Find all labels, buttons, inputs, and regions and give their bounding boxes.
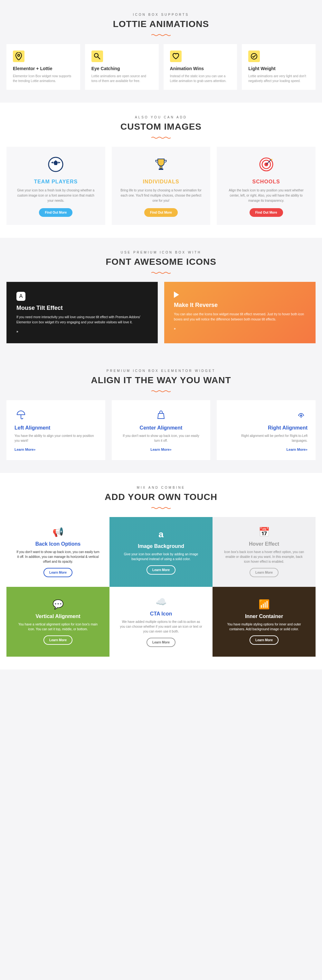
eyebrow: ICON BOX SUPPORTS	[6, 13, 316, 16]
align-card-left: Left Alignment You have the ability to a…	[6, 400, 105, 460]
section-font-awesome: USE PREMIUM ICON BOX WITH FONT AWESOME I…	[0, 238, 322, 356]
card-desc: If you don't want to show up back icon, …	[120, 433, 202, 443]
calendar-icon: 📅	[258, 527, 270, 537]
team-card: SCHOOLS Align the back icon to any posit…	[217, 147, 316, 225]
lottie-card: Eye Catching Lottie animations are open …	[85, 44, 159, 90]
card-title: INDIVIDUALS	[120, 179, 202, 185]
card-title: TEAM PLAYERS	[14, 179, 97, 185]
squiggle-icon	[151, 270, 171, 272]
card-desc: Give your icon box another look by addin…	[119, 552, 203, 562]
card-desc: If you don't want to show up back icon, …	[16, 549, 100, 564]
card-desc: You have the ability to align your conte…	[14, 433, 97, 443]
squiggle-icon	[151, 505, 171, 508]
touch-card-inner: 📶 Inner Container You have multiple styl…	[212, 587, 316, 657]
heading: LOTTIE ANIMATIONS	[6, 19, 316, 29]
cloud-icon: ☁️	[156, 597, 167, 607]
card-title: SCHOOLS	[225, 179, 308, 185]
tilt-card[interactable]: A Mouse Tilt Effect If you need more int…	[6, 282, 158, 343]
touch-card-vertical: 💬 Vertical Alignment You have a vertical…	[6, 587, 110, 657]
pin-icon	[13, 51, 24, 62]
card-title: CTA Icon	[150, 611, 172, 617]
chat-icon: 💬	[53, 599, 64, 610]
section-lottie: ICON BOX SUPPORTS LOTTIE ANIMATIONS Elem…	[0, 0, 322, 103]
svg-rect-7	[160, 166, 162, 169]
learn-more-link[interactable]: Learn More»	[14, 447, 35, 452]
team-card: TEAM PLAYERS Give your icon box a fresh …	[6, 147, 105, 225]
section-custom-images: ALSO YOU CAN ADD CUSTOM IMAGES TEAM PLAY…	[0, 103, 322, 238]
card-title: Image Background	[138, 543, 184, 549]
card-title: Animation Wins	[170, 66, 231, 71]
learn-more-button[interactable]: Learn More	[43, 635, 72, 645]
amazon-icon: a	[158, 529, 164, 539]
find-out-more-button[interactable]: Find Out More	[144, 208, 178, 217]
fingerprint-icon	[295, 408, 308, 421]
play-icon	[174, 291, 306, 298]
target-icon	[257, 155, 276, 174]
section-alignment: PREMIUM ICON BOX ELEMENTOR WIDGET ALIGN …	[0, 356, 322, 473]
lottie-card: Animation Wins Instead of the static ico…	[164, 44, 238, 90]
learn-more-button[interactable]: Learn More	[43, 568, 72, 577]
card-title: Vertical Alignment	[36, 614, 81, 619]
team-card: INDIVIDUALS Bring life to your icons by …	[112, 147, 210, 225]
app-store-icon: A	[16, 292, 26, 301]
card-title: Inner Container	[245, 614, 283, 619]
trophy-icon	[151, 155, 171, 174]
learn-more-button[interactable]: Learn More	[250, 568, 279, 577]
learn-more-button[interactable]: Learn More	[250, 635, 279, 645]
card-desc: You have a vertical alignment option for…	[16, 622, 100, 632]
align-card-center: Center Alignment If you don't want to sh…	[112, 400, 210, 460]
heading: ADD YOUR OWN TOUCH	[6, 492, 316, 502]
lottie-card: Elementor + Lottie Elementor Icon Box wi…	[6, 44, 80, 90]
touch-card-hover: 📅 Hover Effect Icon box's back icon have…	[212, 517, 316, 587]
search-icon	[91, 51, 103, 62]
card-desc: We have added multiple options to the ca…	[119, 619, 203, 634]
card-title: Mouse Tilt Effect	[16, 305, 148, 312]
check-icon	[248, 51, 260, 62]
megaphone-icon: 📢	[53, 527, 64, 537]
section-own-touch: MIX AND COMBINE ADD YOUR OWN TOUCH 📢 Bac…	[0, 473, 322, 670]
card-desc: Icon box's back icon have a hover effect…	[222, 549, 306, 564]
svg-line-1	[98, 57, 100, 59]
heading: CUSTOM IMAGES	[6, 122, 316, 132]
find-out-more-button[interactable]: Find Out More	[39, 208, 72, 217]
squiggle-icon	[151, 135, 171, 137]
card-title: Light Weight	[248, 66, 309, 71]
squiggle-icon	[151, 32, 171, 34]
card-desc: Bring life to your icons by choosing a h…	[120, 188, 202, 203]
align-card-right: Right Alignment Right alignment will be …	[217, 400, 316, 460]
eyebrow: PREMIUM ICON BOX ELEMENTOR WIDGET	[6, 369, 316, 372]
eyebrow: MIX AND COMBINE	[6, 486, 316, 489]
card-desc: Right alignment will be perfect for Righ…	[225, 433, 308, 443]
learn-more-button[interactable]: Learn More	[147, 638, 175, 647]
wifi-icon: 📶	[258, 599, 270, 610]
squiggle-icon	[151, 388, 171, 391]
card-desc: Instead of the static icon you can use a…	[170, 74, 231, 83]
eyebrow: USE PREMIUM ICON BOX WITH	[6, 251, 316, 254]
learn-more-link[interactable]: Learn More»	[287, 447, 308, 452]
card-desc: Lottie animations are open source and to…	[91, 74, 152, 83]
find-out-more-button[interactable]: Find Out More	[250, 208, 283, 217]
card-desc: You have multiple styling options for in…	[222, 622, 306, 632]
card-desc: Elementor Icon Box widget now supports t…	[13, 74, 74, 83]
touch-card-cta: ☁️ CTA Icon We have added multiple optio…	[110, 587, 212, 657]
svg-point-0	[94, 53, 98, 57]
tilt-card[interactable]: Make It Reverse You can also use the Ico…	[164, 282, 316, 343]
heart-icon	[170, 51, 182, 62]
umbrella-icon	[14, 408, 27, 421]
svg-rect-8	[159, 169, 163, 170]
card-desc: If you need more interactivity you will …	[16, 315, 148, 325]
card-title: Right Alignment	[225, 425, 308, 431]
heading: ALIGN IT THE WAY YOU WANT	[6, 375, 316, 385]
eyebrow: ALSO YOU CAN ADD	[6, 116, 316, 119]
learn-more-link[interactable]: Learn More»	[150, 447, 171, 452]
touch-card-back-icon: 📢 Back Icon Options If you don't want to…	[6, 517, 110, 587]
card-desc: Align the back icon to any position you …	[225, 188, 308, 203]
arrow-link[interactable]: »	[174, 327, 306, 331]
learn-more-button[interactable]: Learn More	[147, 565, 175, 574]
arrow-link[interactable]: »	[16, 330, 148, 333]
card-title: Back Icon Options	[35, 541, 81, 547]
soccer-ball-icon	[46, 155, 65, 174]
card-desc: Lottie animations are very light and don…	[248, 74, 309, 83]
touch-card-image-bg: a Image Background Give your icon box an…	[110, 517, 212, 587]
card-title: Elementor + Lottie	[13, 66, 74, 71]
